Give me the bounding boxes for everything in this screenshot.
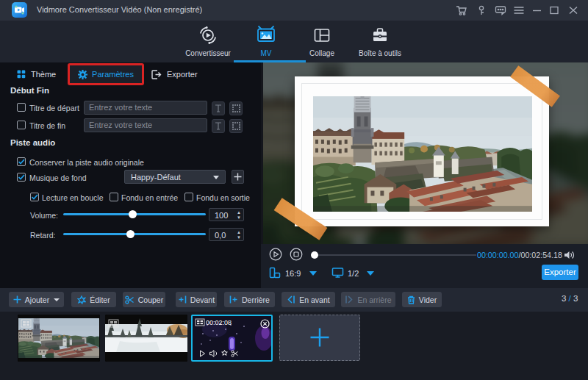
svg-text:00:02:08: 00:02:08 [206, 319, 232, 326]
